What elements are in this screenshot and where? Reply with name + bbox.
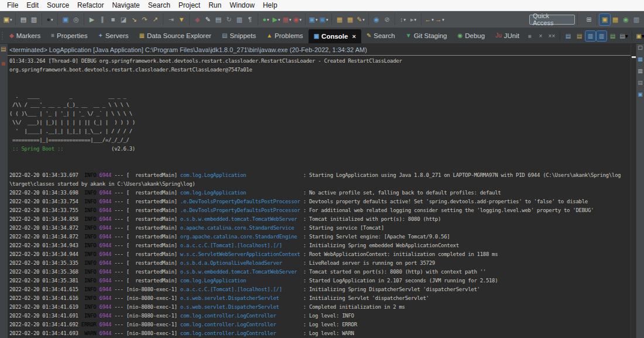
resume-icon[interactable]: ▶ bbox=[87, 14, 97, 25]
chevron-down-icon: ▾ bbox=[51, 18, 53, 22]
tab-snippets[interactable]: ▤Snippets bbox=[217, 28, 261, 43]
menu-search[interactable]: Search bbox=[144, 1, 174, 10]
menu-run[interactable]: Run bbox=[204, 1, 225, 10]
show-stdout-icon[interactable]: ▤ bbox=[608, 31, 618, 41]
db-output-view-icon[interactable]: ▥ bbox=[638, 69, 643, 74]
back-icon[interactable]: ←▾ bbox=[424, 14, 434, 25]
menu-window[interactable]: Window bbox=[225, 1, 259, 10]
java-perspective-icon[interactable]: ▥ bbox=[631, 14, 642, 25]
new-wizard-icon[interactable]: ▣▾ bbox=[2, 14, 13, 25]
run-to-line-icon[interactable]: ⇥ bbox=[166, 14, 176, 25]
tab-search[interactable]: ✎Search bbox=[361, 28, 400, 43]
remove-launch-icon[interactable]: × bbox=[536, 31, 546, 41]
show-whitespace-icon[interactable]: ¶ bbox=[245, 14, 255, 25]
menu-navigate[interactable]: Navigate bbox=[108, 1, 143, 10]
back-glyph: ← bbox=[424, 16, 431, 23]
step-return-glyph: ↗ bbox=[152, 16, 157, 23]
scrollbar-thumb[interactable] bbox=[632, 56, 636, 58]
tab-junit[interactable]: JuJUnit bbox=[490, 28, 525, 43]
type-hierarchy-icon[interactable]: ↕▾ bbox=[398, 14, 408, 25]
show-doc-icon[interactable]: ▥ bbox=[234, 14, 245, 25]
drag-handle[interactable] bbox=[2, 32, 3, 40]
use-step-filters-icon[interactable]: ▼ bbox=[176, 14, 187, 25]
jee-perspective-icon[interactable]: ▣ bbox=[600, 14, 610, 25]
menu-file[interactable]: File bbox=[3, 1, 22, 10]
execution-view-icon[interactable]: ▤ bbox=[638, 80, 643, 86]
pin-console-icon[interactable]: ▥ bbox=[597, 31, 607, 41]
tab-console[interactable]: ▣Console× bbox=[309, 29, 361, 43]
console-view-toolbar: ■×××▤▤▥▥▤▤▾▣▾A⊛─▢ bbox=[525, 28, 644, 43]
quick-access-input[interactable]: Quick Access bbox=[529, 15, 575, 25]
console-line: 2022-02-20 01:34:33.697 INFO 6944 --- [ … bbox=[9, 171, 631, 180]
scroll-lock-icon[interactable]: ▤ bbox=[574, 31, 584, 41]
step-return-icon[interactable]: ↗ bbox=[150, 14, 160, 25]
menu-source[interactable]: Source bbox=[43, 1, 73, 10]
menu-help[interactable]: Help bbox=[259, 1, 282, 10]
tab-data-source-explorer[interactable]: ▦Data Source Explorer bbox=[134, 28, 217, 43]
console-line: \\/ ___)| |_)| | | | | || (_| | ) ) ) ) bbox=[9, 118, 631, 127]
tab-git-staging[interactable]: ▼Git Staging bbox=[400, 28, 453, 43]
profile-icon[interactable]: ◉▾ bbox=[292, 14, 303, 25]
step-over-icon[interactable]: ↷ bbox=[139, 14, 150, 25]
menu-edit[interactable]: Edit bbox=[22, 1, 43, 10]
new-servlet-icon[interactable]: ▣▾ bbox=[308, 14, 318, 25]
tab-markers[interactable]: ◆Markers bbox=[4, 28, 46, 43]
save-all-icon[interactable]: ▥ bbox=[29, 14, 39, 25]
mark-occurrences-glyph: ◉ bbox=[374, 16, 379, 23]
menu-refactor[interactable]: Refactor bbox=[73, 1, 108, 10]
open-resource-icon[interactable]: ▦ bbox=[345, 14, 355, 25]
console-view-min-icon[interactable]: ▣ bbox=[638, 92, 643, 97]
open-perspective-icon[interactable]: ⊞ bbox=[584, 14, 594, 25]
console-line: 2022-02-20 01:34:35.381 INFO 6944 --- [ … bbox=[9, 276, 631, 285]
new-ejb-icon[interactable]: ▣▾ bbox=[318, 14, 329, 25]
remote-console-icon[interactable]: ▣ bbox=[60, 14, 71, 25]
remove-all-launches-icon[interactable]: ×× bbox=[547, 31, 557, 41]
sync-icon[interactable]: ↻ bbox=[224, 14, 234, 25]
close-icon[interactable]: × bbox=[352, 33, 355, 40]
forward-icon[interactable]: →▾ bbox=[434, 14, 445, 25]
tab-servers[interactable]: ✦Servers bbox=[93, 28, 134, 43]
new-snippet-icon[interactable]: ▤ bbox=[213, 14, 224, 25]
console-output[interactable]: 01:34:33.264 [Thread-0] DEBUG org.spring… bbox=[8, 56, 631, 338]
show-doc-glyph: ▥ bbox=[237, 16, 242, 23]
link-with-editor-icon[interactable]: ◎ bbox=[71, 14, 81, 25]
terminate-icon[interactable]: ■ bbox=[108, 14, 118, 25]
mark-occurrences-icon[interactable]: ◉ bbox=[371, 14, 382, 25]
tab-properties[interactable]: ≡Properties bbox=[46, 28, 93, 43]
console-line: 2022-02-20 01:34:41.619 INFO 6944 --- [n… bbox=[9, 303, 631, 312]
word-wrap-icon[interactable]: ▥ bbox=[585, 31, 595, 41]
annotate-icon[interactable]: ✎▾ bbox=[355, 14, 366, 25]
tab-problems[interactable]: ▲Problems bbox=[261, 28, 308, 43]
skip-breakpoints-icon[interactable]: ⊘ bbox=[382, 14, 392, 25]
menu-project[interactable]: Project bbox=[174, 1, 204, 10]
terminate-console-icon[interactable]: ■ bbox=[525, 31, 535, 41]
sketch-icon[interactable]: ✎ bbox=[203, 14, 213, 25]
step-into-icon[interactable]: ↘ bbox=[129, 14, 139, 25]
display-selected-console-icon[interactable]: ▤▾ bbox=[619, 31, 629, 41]
run-last-icon[interactable]: ●▾ bbox=[261, 14, 271, 25]
launch-config-icon[interactable]: ●▾ bbox=[44, 14, 55, 25]
open-console-icon[interactable]: ▣▾ bbox=[635, 31, 644, 41]
console-line: ( ( )\___ | '_ | '_| | '_ \/ _` | \ \ \ … bbox=[9, 110, 631, 118]
save-icon[interactable]: ▤ bbox=[18, 14, 29, 25]
run-icon[interactable]: ▶▾ bbox=[271, 14, 282, 25]
gutter-marker bbox=[2, 62, 5, 66]
new-servlet-glyph: ▣ bbox=[309, 16, 315, 23]
vertical-scrollbar[interactable] bbox=[631, 44, 636, 338]
remove-launch-glyph: × bbox=[539, 33, 543, 39]
git-perspective-icon[interactable]: ▦ bbox=[610, 14, 621, 25]
debug-perspective-icon[interactable]: ◉ bbox=[621, 14, 631, 25]
restore-views-icon[interactable]: ▢ bbox=[638, 45, 643, 50]
open-type-icon[interactable]: ▦ bbox=[334, 14, 345, 25]
console-line: 2022-02-20 01:34:33.754 INFO 6944 --- [ … bbox=[9, 197, 631, 206]
last-edit-location-icon[interactable]: ▸▾ bbox=[408, 14, 419, 25]
pin-icon[interactable]: ◆ bbox=[192, 14, 203, 25]
perspective-view-icon[interactable]: ▦ bbox=[638, 57, 643, 62]
suspend-icon[interactable]: ∥ bbox=[97, 14, 108, 25]
disconnect-icon[interactable]: ◪ bbox=[118, 14, 129, 25]
coverage-icon[interactable]: ▦▾ bbox=[282, 14, 292, 25]
clear-console-icon[interactable]: ▤ bbox=[563, 31, 573, 41]
last-edit-location-glyph: ▸ bbox=[410, 16, 414, 23]
tab-debug[interactable]: ◉Debug bbox=[453, 28, 491, 43]
tab-label: Console bbox=[321, 33, 348, 40]
